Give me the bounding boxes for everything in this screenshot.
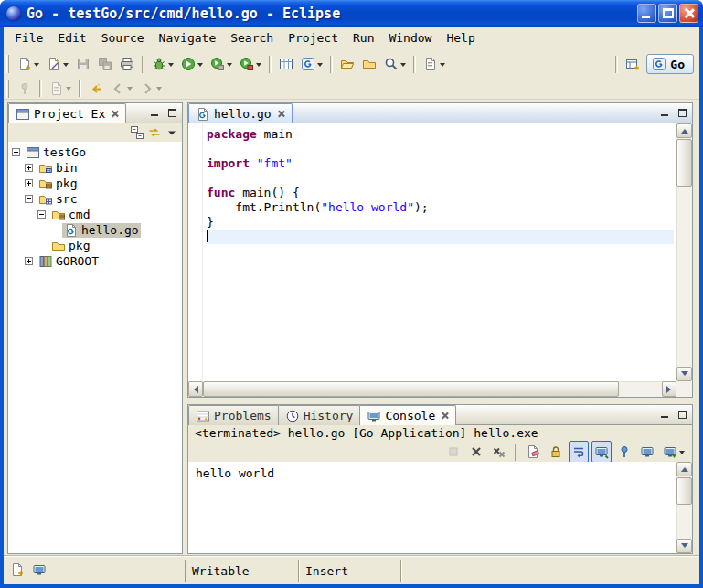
link-with-editor-button[interactable] bbox=[146, 124, 163, 141]
close-tab-icon[interactable] bbox=[441, 412, 449, 420]
close-button[interactable] bbox=[679, 4, 698, 23]
scroll-up-button[interactable] bbox=[676, 123, 692, 138]
tree-item-pkg[interactable]: pkg bbox=[8, 176, 182, 191]
word-wrap-button[interactable] bbox=[569, 441, 589, 463]
titlebar[interactable]: Go - testGo/src/cmd/hello.go - Eclipse bbox=[0, 0, 703, 27]
tree-item-goroot[interactable]: GOROOT bbox=[8, 253, 182, 269]
tab-problems[interactable]: Problems bbox=[188, 405, 279, 425]
new-go-element-button[interactable] bbox=[44, 53, 71, 75]
run-last-launched-button[interactable] bbox=[208, 53, 235, 75]
code-area[interactable]: package mainimport "fmt"func main() { fm… bbox=[207, 127, 674, 244]
code-line[interactable]: } bbox=[207, 215, 674, 230]
debug-button[interactable] bbox=[149, 53, 176, 75]
maximize-button[interactable] bbox=[658, 4, 677, 23]
launch-trim-button[interactable] bbox=[31, 561, 48, 578]
collapse-toggle-icon[interactable] bbox=[25, 195, 33, 203]
code-line[interactable]: package main bbox=[207, 127, 674, 142]
toolbar-grip[interactable] bbox=[6, 80, 9, 98]
print-button[interactable] bbox=[117, 53, 137, 75]
collapse-toggle-icon[interactable] bbox=[37, 210, 46, 219]
scroll-down-button[interactable] bbox=[676, 367, 692, 381]
open-console-button[interactable] bbox=[660, 441, 687, 463]
minimize-view-button[interactable] bbox=[657, 408, 672, 422]
horizontal-sash[interactable] bbox=[187, 398, 693, 404]
menu-edit[interactable]: Edit bbox=[50, 27, 93, 48]
menu-project[interactable]: Project bbox=[281, 27, 346, 48]
annotations-button[interactable] bbox=[421, 53, 448, 75]
editor-trim-button[interactable] bbox=[9, 561, 26, 578]
vertical-sash[interactable] bbox=[183, 102, 187, 554]
scroll-left-button[interactable] bbox=[188, 381, 203, 397]
clear-console-button[interactable] bbox=[523, 441, 543, 463]
menu-help[interactable]: Help bbox=[439, 27, 482, 48]
collapse-toggle-icon[interactable] bbox=[12, 148, 20, 156]
minimize-view-button[interactable] bbox=[147, 106, 162, 120]
run-button[interactable] bbox=[178, 53, 206, 75]
scroll-right-button[interactable] bbox=[662, 381, 676, 397]
console-output[interactable]: hello world bbox=[188, 462, 692, 553]
tree-item-cmd[interactable]: cmd bbox=[8, 207, 182, 222]
scrollbar-thumb[interactable] bbox=[676, 139, 692, 187]
last-edit-location-button[interactable] bbox=[86, 78, 106, 100]
next-annotation-button[interactable] bbox=[47, 78, 74, 100]
dropdown-arrow-icon[interactable] bbox=[679, 451, 685, 457]
dropdown-arrow-icon[interactable] bbox=[63, 63, 69, 69]
remove-all-launches-button[interactable] bbox=[489, 441, 509, 463]
dropdown-arrow-icon[interactable] bbox=[400, 63, 406, 69]
tab-project-explorer[interactable]: Project Ex bbox=[8, 103, 126, 123]
menu-source[interactable]: Source bbox=[94, 27, 152, 48]
expand-toggle-icon[interactable] bbox=[25, 164, 33, 172]
menu-navigate[interactable]: Navigate bbox=[152, 27, 224, 48]
dropdown-arrow-icon[interactable] bbox=[127, 87, 133, 93]
dropdown-arrow-icon[interactable] bbox=[197, 63, 203, 69]
dropdown-arrow-icon[interactable] bbox=[66, 87, 71, 93]
tab-hello-go[interactable]: hello.go bbox=[188, 103, 293, 123]
minimize-view-button[interactable] bbox=[657, 106, 672, 120]
dropdown-arrow-icon[interactable] bbox=[227, 63, 232, 69]
scroll-down-button[interactable] bbox=[676, 539, 692, 553]
maximize-view-button[interactable] bbox=[165, 106, 179, 120]
scroll-up-button[interactable] bbox=[676, 462, 692, 476]
close-tab-icon[interactable] bbox=[277, 110, 285, 118]
code-line[interactable]: fmt.Println("hello world"); bbox=[207, 200, 674, 215]
forward-button[interactable] bbox=[137, 78, 165, 100]
open-perspective-button[interactable] bbox=[623, 53, 643, 75]
dropdown-arrow-icon[interactable] bbox=[168, 63, 174, 69]
external-tools-button[interactable] bbox=[237, 53, 264, 75]
code-line[interactable] bbox=[207, 171, 674, 186]
tree-item-hello-go[interactable]: hello.go bbox=[8, 222, 182, 238]
tab-console[interactable]: Console bbox=[359, 405, 456, 425]
expand-toggle-icon[interactable] bbox=[25, 179, 33, 187]
go-tools-button[interactable] bbox=[298, 53, 325, 75]
horizontal-scrollbar[interactable] bbox=[188, 381, 676, 397]
new-wizard-button[interactable] bbox=[15, 53, 42, 75]
search-button[interactable] bbox=[381, 53, 409, 75]
menu-search[interactable]: Search bbox=[223, 27, 281, 48]
maximize-view-button[interactable] bbox=[675, 408, 689, 422]
dropdown-arrow-icon[interactable] bbox=[440, 63, 445, 69]
expand-toggle-icon[interactable] bbox=[25, 257, 33, 265]
open-folder-button[interactable] bbox=[337, 53, 357, 75]
code-line[interactable]: import "fmt" bbox=[207, 156, 674, 171]
save-button[interactable] bbox=[73, 53, 93, 75]
maximize-view-button[interactable] bbox=[675, 106, 689, 120]
menu-file[interactable]: File bbox=[7, 27, 50, 48]
minimize-button[interactable] bbox=[637, 4, 656, 23]
display-selected-console-button[interactable] bbox=[637, 441, 657, 463]
pin-console-button[interactable] bbox=[614, 441, 634, 463]
dropdown-arrow-icon[interactable] bbox=[317, 63, 323, 69]
terminate-button[interactable] bbox=[443, 441, 463, 463]
close-tab-icon[interactable] bbox=[111, 110, 119, 118]
tab-history[interactable]: History bbox=[278, 405, 361, 425]
dropdown-arrow-icon[interactable] bbox=[256, 63, 261, 69]
tree-item-src[interactable]: src bbox=[8, 191, 182, 207]
dropdown-arrow-icon[interactable] bbox=[34, 63, 39, 69]
menu-window[interactable]: Window bbox=[381, 27, 439, 48]
open-resource-button[interactable] bbox=[359, 53, 379, 75]
save-all-button[interactable] bbox=[95, 53, 115, 75]
go-perspective-button[interactable]: Go bbox=[646, 54, 694, 74]
scrollbar-thumb[interactable] bbox=[203, 381, 619, 397]
collapse-all-button[interactable] bbox=[129, 124, 145, 141]
menu-run[interactable]: Run bbox=[346, 27, 381, 48]
pin-editor-button[interactable] bbox=[15, 78, 35, 100]
